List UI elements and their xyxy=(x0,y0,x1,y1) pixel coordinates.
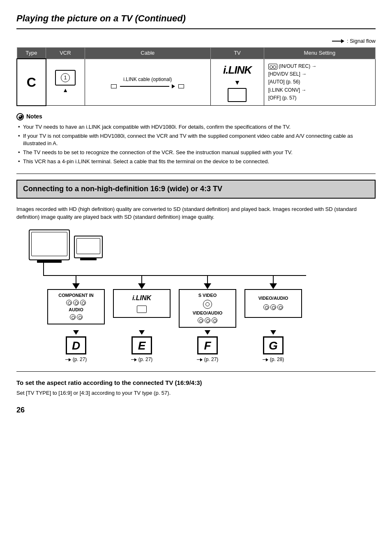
horizontal-distributor: COMPONENT IN AUDIO xyxy=(43,275,306,328)
drop-e-arrow xyxy=(138,283,145,289)
drop-f: S VIDEO VIDEO/AUDIO xyxy=(175,275,240,328)
letter-e-box: E xyxy=(131,336,152,354)
port-g-3 xyxy=(277,304,283,310)
small-arrow-g xyxy=(263,358,268,361)
vcr-number: 1 xyxy=(61,73,70,82)
port-f-1 xyxy=(198,317,203,323)
note-item-2: If your TV is not compatible with HDV108… xyxy=(16,132,376,147)
port-f-2 xyxy=(205,317,210,323)
drop-d-line xyxy=(76,275,76,283)
col-tv: TV xyxy=(211,47,264,59)
letter-g-ref: (p. 28) xyxy=(263,356,284,363)
letter-d-arrow xyxy=(73,330,79,335)
letter-e-arrow xyxy=(139,330,145,335)
drop-d: COMPONENT IN AUDIO xyxy=(43,275,109,328)
ilink-tv-label: i.LINK xyxy=(223,63,251,77)
type-cell: C xyxy=(17,59,46,106)
tv-screen xyxy=(31,232,67,256)
tv-side-box xyxy=(74,236,103,258)
cable-label: i.LINK cable (optional) xyxy=(89,76,207,83)
vert-line-top xyxy=(43,263,44,275)
tv-monitor-group xyxy=(29,229,70,263)
cable-diagram xyxy=(89,84,207,88)
notes-heading: Notes xyxy=(26,113,42,121)
col-type: Type xyxy=(17,47,46,59)
signal-flow-text: : Signal flow xyxy=(347,37,376,45)
letter-g-arrow xyxy=(270,330,276,335)
letter-d-box: D xyxy=(66,336,86,354)
letter-f-arrow xyxy=(205,330,210,335)
port-d-4 xyxy=(70,314,76,320)
vcr-arrow-up: ▲ xyxy=(55,86,76,95)
letter-boxes-row: D (p. 27) E (p. 27) F (p. 27) xyxy=(43,330,306,363)
conn-box-e: i.LINK xyxy=(113,289,171,318)
port-d-5 xyxy=(77,314,83,320)
port-d-2 xyxy=(73,300,79,306)
conn-f-label2: VIDEO/AUDIO xyxy=(183,310,232,316)
menu-line-3: [AUTO] (p. 56) xyxy=(268,79,300,85)
conn-box-g: VIDEO/AUDIO xyxy=(244,289,302,318)
notes-list: Your TV needs to have an i.LINK jack com… xyxy=(16,123,376,166)
tv-side-inner xyxy=(76,238,100,254)
letter-f-ref: (p. 27) xyxy=(197,356,219,363)
port-d-1 xyxy=(66,300,72,306)
vcr-box: 1 xyxy=(55,70,76,86)
conn-d-ports-top xyxy=(51,300,101,306)
menu-line-2: [HDV/DV SEL] → xyxy=(268,71,307,77)
arrow-distributor: COMPONENT IN AUDIO xyxy=(43,263,306,328)
port-d-3 xyxy=(80,300,86,306)
letter-g-page: (p. 28) xyxy=(270,356,284,363)
letter-d-group: D (p. 27) xyxy=(43,330,109,363)
section-divider xyxy=(16,174,376,174)
signal-flow-icon xyxy=(332,39,344,44)
notes-title: ◕ Notes xyxy=(16,113,376,121)
tv-box xyxy=(228,88,247,102)
ilink-tv-display: i.LINK ▼ xyxy=(215,63,260,102)
port-g-2 xyxy=(270,304,276,310)
small-arrow-f xyxy=(197,358,203,361)
ilink-box-icon xyxy=(137,306,147,313)
small-arrow-d xyxy=(65,358,71,361)
letter-g-box: G xyxy=(263,336,284,354)
small-arrow-e xyxy=(131,358,137,361)
cable-arrow-mid xyxy=(172,84,175,88)
conn-d-label2: AUDIO xyxy=(51,307,101,313)
col-menu: Menu Setting xyxy=(264,47,375,59)
bottom-divider xyxy=(16,371,376,372)
menu-line-1: (IN/OUT REC) → xyxy=(279,63,316,69)
cable-line xyxy=(120,86,169,87)
conn-box-f: S VIDEO VIDEO/AUDIO xyxy=(179,289,236,328)
letter-e-group: E (p. 27) xyxy=(109,330,175,363)
conn-box-d: COMPONENT IN AUDIO xyxy=(47,289,105,325)
cassette-icon xyxy=(268,64,277,69)
port-f-3 xyxy=(212,317,217,323)
svideo-icon xyxy=(203,300,212,309)
letter-f-page: (p. 27) xyxy=(204,356,219,363)
note-item-3: The TV needs to be set to recognize the … xyxy=(16,149,376,156)
drop-e-line xyxy=(141,275,142,283)
note-item-1: Your TV needs to have an i.LINK jack com… xyxy=(16,123,376,131)
cable-connector-left xyxy=(111,84,117,88)
conn-g-label: VIDEO/AUDIO xyxy=(258,295,288,301)
col-cable: Cable xyxy=(85,47,211,59)
drop-g-line xyxy=(273,275,274,283)
conn-e-label: i.LINK xyxy=(132,294,151,303)
vcr-icon: 1 ▲ xyxy=(55,70,76,95)
h-line xyxy=(43,275,306,276)
tv-diagram-top xyxy=(29,229,103,263)
menu-line-5: [OFF] (p. 57) xyxy=(268,95,297,101)
letter-g-group: G (p. 28) xyxy=(240,330,306,363)
notes-section: ◕ Notes Your TV needs to have an i.LINK … xyxy=(16,113,376,166)
letter-f-group: F (p. 27) xyxy=(175,330,240,363)
signal-flow-label: : Signal flow xyxy=(16,37,376,45)
signal-table: Type VCR Cable TV Menu Setting C 1 ▲ i.L… xyxy=(16,47,376,106)
full-diagram: COMPONENT IN AUDIO xyxy=(16,229,376,364)
menu-line-4: [i.LINK CONV] → xyxy=(268,87,307,93)
page-number: 26 xyxy=(16,405,376,415)
tv-monitor xyxy=(29,229,70,260)
description-text: Images recorded with HD (high definition… xyxy=(16,205,376,221)
letter-e-page: (p. 27) xyxy=(138,356,153,363)
drop-f-line xyxy=(207,275,208,283)
cable-cell: i.LINK cable (optional) xyxy=(85,59,211,106)
letter-d-ref: (p. 27) xyxy=(65,356,87,363)
